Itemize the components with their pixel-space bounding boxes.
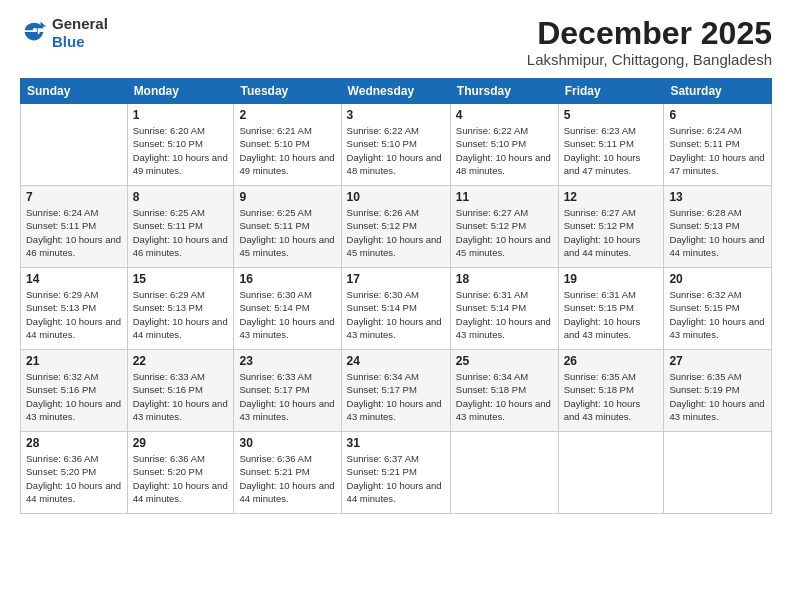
day-number: 19 bbox=[564, 272, 659, 286]
day-info: Sunrise: 6:20 AM Sunset: 5:10 PM Dayligh… bbox=[133, 124, 229, 177]
day-number: 3 bbox=[347, 108, 445, 122]
calendar-cell: 28Sunrise: 6:36 AM Sunset: 5:20 PM Dayli… bbox=[21, 432, 128, 514]
day-info: Sunrise: 6:21 AM Sunset: 5:10 PM Dayligh… bbox=[239, 124, 335, 177]
day-number: 5 bbox=[564, 108, 659, 122]
calendar-cell bbox=[664, 432, 772, 514]
day-number: 9 bbox=[239, 190, 335, 204]
day-number: 12 bbox=[564, 190, 659, 204]
day-info: Sunrise: 6:35 AM Sunset: 5:18 PM Dayligh… bbox=[564, 370, 659, 423]
day-number: 2 bbox=[239, 108, 335, 122]
day-info: Sunrise: 6:27 AM Sunset: 5:12 PM Dayligh… bbox=[564, 206, 659, 259]
calendar-week-1: 7Sunrise: 6:24 AM Sunset: 5:11 PM Daylig… bbox=[21, 186, 772, 268]
day-info: Sunrise: 6:31 AM Sunset: 5:15 PM Dayligh… bbox=[564, 288, 659, 341]
header-tuesday: Tuesday bbox=[234, 79, 341, 104]
header-friday: Friday bbox=[558, 79, 664, 104]
day-number: 1 bbox=[133, 108, 229, 122]
day-info: Sunrise: 6:31 AM Sunset: 5:14 PM Dayligh… bbox=[456, 288, 553, 341]
day-number: 8 bbox=[133, 190, 229, 204]
page: General Blue December 2025 Lakshmipur, C… bbox=[0, 0, 792, 612]
day-info: Sunrise: 6:34 AM Sunset: 5:17 PM Dayligh… bbox=[347, 370, 445, 423]
day-info: Sunrise: 6:36 AM Sunset: 5:21 PM Dayligh… bbox=[239, 452, 335, 505]
day-info: Sunrise: 6:22 AM Sunset: 5:10 PM Dayligh… bbox=[347, 124, 445, 177]
day-info: Sunrise: 6:33 AM Sunset: 5:17 PM Dayligh… bbox=[239, 370, 335, 423]
day-info: Sunrise: 6:22 AM Sunset: 5:10 PM Dayligh… bbox=[456, 124, 553, 177]
day-number: 15 bbox=[133, 272, 229, 286]
calendar-cell: 24Sunrise: 6:34 AM Sunset: 5:17 PM Dayli… bbox=[341, 350, 450, 432]
day-info: Sunrise: 6:33 AM Sunset: 5:16 PM Dayligh… bbox=[133, 370, 229, 423]
day-number: 29 bbox=[133, 436, 229, 450]
calendar-cell: 4Sunrise: 6:22 AM Sunset: 5:10 PM Daylig… bbox=[450, 104, 558, 186]
calendar-cell: 16Sunrise: 6:30 AM Sunset: 5:14 PM Dayli… bbox=[234, 268, 341, 350]
day-info: Sunrise: 6:36 AM Sunset: 5:20 PM Dayligh… bbox=[26, 452, 122, 505]
day-info: Sunrise: 6:24 AM Sunset: 5:11 PM Dayligh… bbox=[669, 124, 766, 177]
calendar-cell: 18Sunrise: 6:31 AM Sunset: 5:14 PM Dayli… bbox=[450, 268, 558, 350]
day-info: Sunrise: 6:25 AM Sunset: 5:11 PM Dayligh… bbox=[239, 206, 335, 259]
day-number: 10 bbox=[347, 190, 445, 204]
day-number: 4 bbox=[456, 108, 553, 122]
calendar-cell: 20Sunrise: 6:32 AM Sunset: 5:15 PM Dayli… bbox=[664, 268, 772, 350]
day-number: 13 bbox=[669, 190, 766, 204]
day-number: 7 bbox=[26, 190, 122, 204]
calendar-table: Sunday Monday Tuesday Wednesday Thursday… bbox=[20, 78, 772, 514]
day-number: 21 bbox=[26, 354, 122, 368]
calendar-cell: 11Sunrise: 6:27 AM Sunset: 5:12 PM Dayli… bbox=[450, 186, 558, 268]
calendar-cell: 21Sunrise: 6:32 AM Sunset: 5:16 PM Dayli… bbox=[21, 350, 128, 432]
header-sunday: Sunday bbox=[21, 79, 128, 104]
header-monday: Monday bbox=[127, 79, 234, 104]
calendar-cell bbox=[21, 104, 128, 186]
logo: General Blue bbox=[20, 16, 108, 51]
day-info: Sunrise: 6:32 AM Sunset: 5:16 PM Dayligh… bbox=[26, 370, 122, 423]
day-number: 20 bbox=[669, 272, 766, 286]
day-number: 16 bbox=[239, 272, 335, 286]
day-info: Sunrise: 6:26 AM Sunset: 5:12 PM Dayligh… bbox=[347, 206, 445, 259]
calendar-cell: 13Sunrise: 6:28 AM Sunset: 5:13 PM Dayli… bbox=[664, 186, 772, 268]
header-wednesday: Wednesday bbox=[341, 79, 450, 104]
calendar-cell: 5Sunrise: 6:23 AM Sunset: 5:11 PM Daylig… bbox=[558, 104, 664, 186]
calendar-cell: 22Sunrise: 6:33 AM Sunset: 5:16 PM Dayli… bbox=[127, 350, 234, 432]
day-number: 27 bbox=[669, 354, 766, 368]
calendar-cell: 29Sunrise: 6:36 AM Sunset: 5:20 PM Dayli… bbox=[127, 432, 234, 514]
calendar-cell: 17Sunrise: 6:30 AM Sunset: 5:14 PM Dayli… bbox=[341, 268, 450, 350]
calendar-week-4: 28Sunrise: 6:36 AM Sunset: 5:20 PM Dayli… bbox=[21, 432, 772, 514]
calendar-cell: 9Sunrise: 6:25 AM Sunset: 5:11 PM Daylig… bbox=[234, 186, 341, 268]
day-number: 6 bbox=[669, 108, 766, 122]
day-info: Sunrise: 6:34 AM Sunset: 5:18 PM Dayligh… bbox=[456, 370, 553, 423]
calendar-cell: 26Sunrise: 6:35 AM Sunset: 5:18 PM Dayli… bbox=[558, 350, 664, 432]
day-number: 30 bbox=[239, 436, 335, 450]
calendar-cell: 27Sunrise: 6:35 AM Sunset: 5:19 PM Dayli… bbox=[664, 350, 772, 432]
day-number: 14 bbox=[26, 272, 122, 286]
calendar-week-2: 14Sunrise: 6:29 AM Sunset: 5:13 PM Dayli… bbox=[21, 268, 772, 350]
day-info: Sunrise: 6:27 AM Sunset: 5:12 PM Dayligh… bbox=[456, 206, 553, 259]
calendar-cell: 8Sunrise: 6:25 AM Sunset: 5:11 PM Daylig… bbox=[127, 186, 234, 268]
day-info: Sunrise: 6:29 AM Sunset: 5:13 PM Dayligh… bbox=[26, 288, 122, 341]
calendar-cell: 30Sunrise: 6:36 AM Sunset: 5:21 PM Dayli… bbox=[234, 432, 341, 514]
header-saturday: Saturday bbox=[664, 79, 772, 104]
calendar-cell: 25Sunrise: 6:34 AM Sunset: 5:18 PM Dayli… bbox=[450, 350, 558, 432]
location-title: Lakshmipur, Chittagong, Bangladesh bbox=[527, 51, 772, 68]
day-info: Sunrise: 6:37 AM Sunset: 5:21 PM Dayligh… bbox=[347, 452, 445, 505]
day-info: Sunrise: 6:36 AM Sunset: 5:20 PM Dayligh… bbox=[133, 452, 229, 505]
day-number: 28 bbox=[26, 436, 122, 450]
calendar-cell: 7Sunrise: 6:24 AM Sunset: 5:11 PM Daylig… bbox=[21, 186, 128, 268]
day-number: 18 bbox=[456, 272, 553, 286]
day-info: Sunrise: 6:30 AM Sunset: 5:14 PM Dayligh… bbox=[347, 288, 445, 341]
day-number: 25 bbox=[456, 354, 553, 368]
calendar-week-0: 1Sunrise: 6:20 AM Sunset: 5:10 PM Daylig… bbox=[21, 104, 772, 186]
calendar-cell: 31Sunrise: 6:37 AM Sunset: 5:21 PM Dayli… bbox=[341, 432, 450, 514]
header: General Blue December 2025 Lakshmipur, C… bbox=[20, 16, 772, 68]
calendar-header-row: Sunday Monday Tuesday Wednesday Thursday… bbox=[21, 79, 772, 104]
day-info: Sunrise: 6:28 AM Sunset: 5:13 PM Dayligh… bbox=[669, 206, 766, 259]
month-title: December 2025 bbox=[527, 16, 772, 51]
calendar-cell: 19Sunrise: 6:31 AM Sunset: 5:15 PM Dayli… bbox=[558, 268, 664, 350]
day-info: Sunrise: 6:29 AM Sunset: 5:13 PM Dayligh… bbox=[133, 288, 229, 341]
calendar-cell: 14Sunrise: 6:29 AM Sunset: 5:13 PM Dayli… bbox=[21, 268, 128, 350]
calendar-cell: 2Sunrise: 6:21 AM Sunset: 5:10 PM Daylig… bbox=[234, 104, 341, 186]
calendar-cell: 10Sunrise: 6:26 AM Sunset: 5:12 PM Dayli… bbox=[341, 186, 450, 268]
day-info: Sunrise: 6:30 AM Sunset: 5:14 PM Dayligh… bbox=[239, 288, 335, 341]
calendar-cell: 15Sunrise: 6:29 AM Sunset: 5:13 PM Dayli… bbox=[127, 268, 234, 350]
calendar-cell: 3Sunrise: 6:22 AM Sunset: 5:10 PM Daylig… bbox=[341, 104, 450, 186]
day-number: 17 bbox=[347, 272, 445, 286]
day-number: 22 bbox=[133, 354, 229, 368]
header-thursday: Thursday bbox=[450, 79, 558, 104]
calendar-cell: 1Sunrise: 6:20 AM Sunset: 5:10 PM Daylig… bbox=[127, 104, 234, 186]
